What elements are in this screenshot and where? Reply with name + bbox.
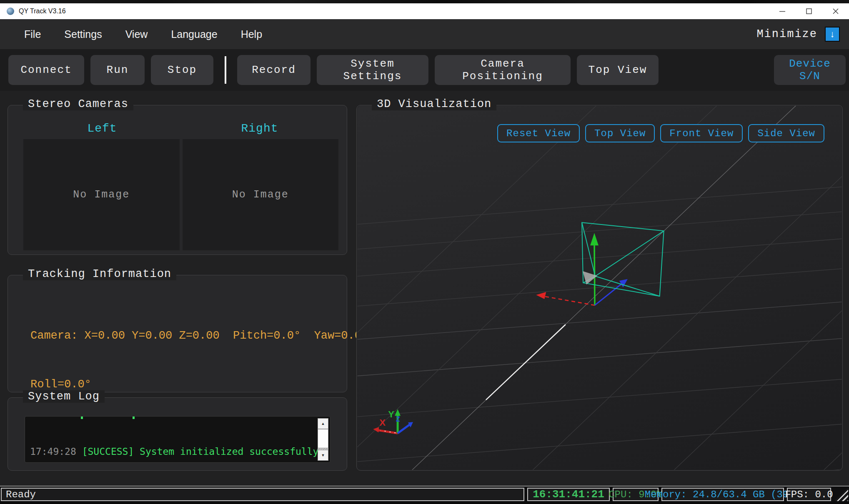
side-view-button[interactable]: Side View [748, 124, 824, 142]
log-scrollbar[interactable]: ▲ ▼ [318, 418, 328, 461]
y-axis-arrow [590, 233, 599, 245]
status-fps: FPS: 0.0 [787, 488, 831, 501]
scroll-up-icon[interactable]: ▲ [318, 418, 328, 429]
gizmo-x-label: X [379, 417, 386, 428]
status-time: 16:31:41:21 [527, 488, 610, 501]
stop-button[interactable]: Stop [151, 55, 213, 85]
clipped-log-line-fragment [133, 417, 135, 419]
titlebar: QY Track V3.16 [0, 3, 849, 19]
camera-positioning-button[interactable]: Camera Positioning [435, 55, 571, 85]
viz-panel: 3D Visualization [356, 105, 843, 471]
connect-button[interactable]: Connect [8, 55, 84, 85]
log-entry: 17:49:28 [SUCCESS] System initialized su… [30, 445, 313, 458]
run-button[interactable]: Run [90, 55, 145, 85]
minimize-to-tray-icon[interactable]: ↓ [825, 27, 840, 42]
minimize-window-icon[interactable] [769, 3, 796, 19]
camera-labels-row: Left Right [23, 122, 338, 135]
scrollbar-thumb[interactable] [318, 429, 328, 448]
menu-settings[interactable]: Settings [64, 28, 102, 40]
status-message: Ready [1, 488, 524, 501]
front-view-button[interactable]: Front View [660, 124, 743, 142]
world-axes [536, 233, 627, 305]
status-bar: Ready 16:31:41:21 CPU: 9.9% Memory: 24.8… [0, 486, 849, 502]
menu-view[interactable]: View [125, 28, 148, 40]
app-icon [7, 7, 14, 15]
tracking-information-title: Tracking Information [23, 268, 176, 280]
reset-view-button[interactable]: Reset View [497, 124, 580, 142]
top-view-toolbar-button[interactable]: Top View [577, 55, 659, 85]
stereo-cameras-panel: Stereo Cameras Left Right No Image No Im… [8, 105, 347, 255]
log-output[interactable]: 17:49:28 [SUCCESS] System initialized su… [25, 416, 331, 463]
right-camera-view: No Image [183, 139, 339, 250]
x-axis-arrow [536, 292, 546, 299]
window-controls [769, 3, 849, 19]
app-window: QY Track V3.16 File Settings View Langua… [0, 0, 849, 504]
scroll-down-icon[interactable]: ▼ [318, 450, 328, 461]
right-no-image-text: No Image [232, 189, 289, 201]
menu-bar: File Settings View Language Help Minimiz… [0, 19, 849, 49]
stereo-cameras-title: Stereo Cameras [23, 98, 133, 110]
right-camera-label: Right [181, 122, 338, 135]
minimize-to-tray-control: Minimize ↓ [756, 27, 840, 42]
gizmo-y-arrow [395, 409, 401, 416]
viewport-3d[interactable]: X Y Z Reset View Top View Front View Sid… [357, 106, 842, 470]
resize-grip[interactable] [834, 488, 848, 501]
gizmo-z-label: Z [396, 416, 400, 423]
tracking-information-panel: Tracking Information Camera: X=0.00 Y=0.… [8, 275, 347, 392]
window-title: QY Track V3.16 [19, 7, 66, 15]
toolbar: Connect Run Stop Record System Settings … [0, 49, 849, 91]
status-memory: Memory: 24.8/63.4 GB (39%) [661, 488, 784, 501]
background-window-sliver [0, 0, 849, 3]
toolbar-separator [225, 56, 226, 84]
menu-file[interactable]: File [24, 28, 41, 40]
system-log-title: System Log [23, 390, 105, 403]
x-axis-line [543, 296, 595, 305]
background-window-sliver-bottom [0, 502, 849, 504]
clipped-log-line-fragment [81, 417, 83, 419]
camera-pose-line1: Camera: X=0.00 Y=0.00 Z=0.00 Pitch=0.0° … [30, 328, 347, 344]
left-camera-view: No Image [23, 139, 180, 250]
maximize-window-icon[interactable] [796, 3, 822, 19]
scene-3d: X Y Z [357, 106, 842, 470]
menu-language[interactable]: Language [171, 28, 217, 40]
grid-lines-horizontal [357, 187, 841, 470]
camera-views-row: No Image No Image [23, 139, 338, 250]
gizmo-y-label: Y [388, 409, 394, 419]
system-log-panel: System Log 17:49:28 [SUCCESS] System ini… [8, 397, 347, 471]
left-camera-label: Left [23, 122, 181, 135]
viz-view-buttons: Reset View Top View Front View Side View [497, 124, 824, 142]
minimize-to-tray-label: Minimize [756, 28, 817, 40]
left-no-image-text: No Image [73, 189, 130, 201]
record-button[interactable]: Record [237, 55, 311, 85]
top-view-button[interactable]: Top View [585, 124, 655, 142]
close-window-icon[interactable] [822, 3, 849, 19]
main-content: Stereo Cameras Left Right No Image No Im… [0, 91, 849, 486]
gizmo-x-arrow [373, 427, 379, 432]
log-rows: 17:49:28 [SUCCESS] System initialized su… [25, 417, 330, 463]
viz-title: 3D Visualization [372, 98, 496, 110]
menu-help[interactable]: Help [241, 28, 262, 40]
grid-highlight-line [486, 325, 566, 400]
device-sn-button[interactable]: Device S/N [774, 55, 846, 85]
system-settings-button[interactable]: System Settings [317, 55, 428, 85]
grid-lines-steep [357, 106, 842, 470]
